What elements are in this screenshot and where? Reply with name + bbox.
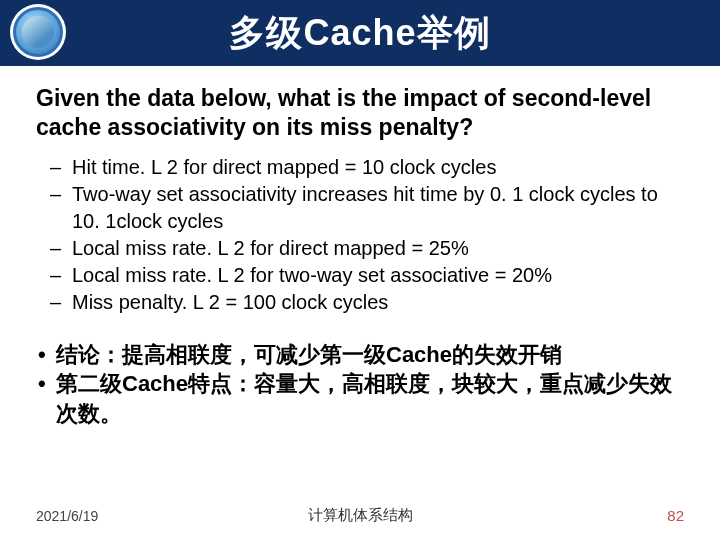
seal-icon — [13, 7, 63, 57]
slide: 多级Cache举例 Given the data below, what is … — [0, 0, 720, 540]
list-item: 第二级Cache特点：容量大，高相联度，块较大，重点减少失效次数。 — [56, 369, 684, 428]
conclusions-list: 结论：提高相联度，可减少第一级Cache的失效开销 第二级Cache特点：容量大… — [36, 340, 684, 429]
university-seal-logo — [10, 4, 66, 60]
list-item: Local miss rate. L 2 for direct mapped =… — [72, 235, 684, 262]
list-item: Miss penalty. L 2 = 100 clock cycles — [72, 289, 684, 316]
slide-body: Given the data below, what is the impact… — [0, 66, 720, 540]
list-item: Two-way set associativity increases hit … — [72, 181, 684, 235]
slide-title: 多级Cache举例 — [229, 9, 490, 58]
list-item: 结论：提高相联度，可减少第一级Cache的失效开销 — [56, 340, 684, 370]
title-bar: 多级Cache举例 — [0, 0, 720, 66]
list-item: Hit time. L 2 for direct mapped = 10 clo… — [72, 154, 684, 181]
footer-date: 2021/6/19 — [36, 508, 98, 524]
facts-list: Hit time. L 2 for direct mapped = 10 clo… — [36, 154, 684, 316]
list-item: Local miss rate. L 2 for two-way set ass… — [72, 262, 684, 289]
footer-page-number: 82 — [667, 507, 684, 524]
slide-footer: 2021/6/19 计算机体系结构 82 — [0, 507, 720, 524]
footer-course: 计算机体系结构 — [308, 506, 413, 525]
question-text: Given the data below, what is the impact… — [36, 84, 684, 142]
